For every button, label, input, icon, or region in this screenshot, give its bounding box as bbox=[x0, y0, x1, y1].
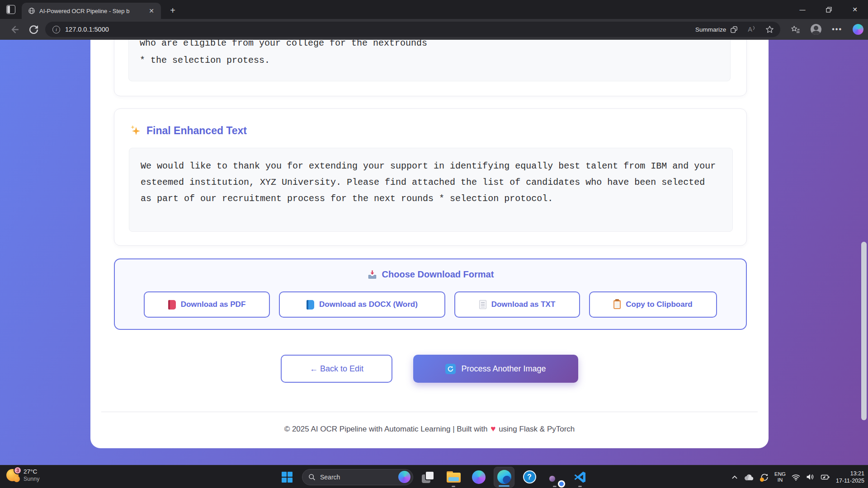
inbox-tray-icon bbox=[367, 269, 377, 280]
chrome-button[interactable] bbox=[544, 467, 565, 488]
get-help-button[interactable]: ? bbox=[519, 467, 540, 488]
sun-icon: 3 bbox=[6, 469, 19, 481]
window-controls: — ✕ bbox=[789, 0, 868, 19]
site-info-icon[interactable]: i bbox=[52, 26, 60, 33]
back-nav-button[interactable] bbox=[7, 22, 22, 37]
ocr-text-line: who are eligible from your college for t… bbox=[140, 40, 427, 48]
minimize-button[interactable]: — bbox=[789, 0, 816, 19]
enhanced-text-card: Final Enhanced Text We would like to tha… bbox=[114, 108, 747, 246]
clock-date: 17-11-2025 bbox=[836, 477, 864, 484]
page-icon bbox=[479, 300, 486, 309]
search-box[interactable]: Search bbox=[302, 469, 413, 485]
enhanced-text-body: We would like to thank you for extending… bbox=[141, 158, 719, 207]
search-placeholder: Search bbox=[320, 474, 394, 481]
vscode-button[interactable] bbox=[570, 467, 590, 488]
copy-clipboard-label: Copy to Clipboard bbox=[626, 300, 692, 309]
red-book-icon bbox=[168, 300, 176, 310]
browser-tab[interactable]: AI-Powered OCR Pipeline - Step b ✕ bbox=[22, 3, 161, 19]
settings-menu-icon[interactable]: ••• bbox=[832, 25, 842, 33]
taskbar-center: Search ? bbox=[277, 465, 590, 488]
new-tab-button[interactable]: + bbox=[166, 4, 179, 17]
start-button[interactable] bbox=[277, 467, 297, 488]
download-docx-button[interactable]: Download as DOCX (Word) bbox=[279, 291, 445, 318]
download-pdf-label: Download as PDF bbox=[181, 300, 246, 309]
toolbar-right-icons: ••• bbox=[791, 21, 863, 38]
read-aloud-arc-icon bbox=[753, 26, 756, 30]
summarize-button[interactable]: Summarize bbox=[695, 25, 738, 34]
windows-logo-icon bbox=[281, 471, 293, 483]
sparkles-icon bbox=[129, 124, 142, 137]
tab-actions-icon[interactable] bbox=[6, 5, 15, 14]
language-indicator[interactable]: ENG IN bbox=[774, 471, 786, 483]
download-format-section: Choose Download Format Download as PDF D… bbox=[114, 258, 747, 330]
url-text[interactable]: 127.0.0.1:5000 bbox=[65, 26, 695, 33]
browser-titlebar: AI-Powered OCR Pipeline - Step b ✕ + — ✕ bbox=[0, 0, 868, 19]
help-icon: ? bbox=[523, 470, 536, 483]
refresh-icon bbox=[29, 25, 38, 34]
address-bar[interactable]: i 127.0.0.1:5000 Summarize A bbox=[45, 22, 780, 37]
refresh-chip-icon bbox=[445, 364, 456, 374]
favorite-star-icon[interactable] bbox=[765, 25, 774, 34]
favorites-list-icon[interactable] bbox=[791, 25, 800, 34]
enhanced-text-box: We would like to thank you for extending… bbox=[129, 148, 733, 232]
download-format-title: Choose Download Format bbox=[382, 269, 494, 280]
wifi-icon[interactable] bbox=[792, 474, 800, 481]
blue-book-icon bbox=[307, 300, 314, 310]
read-aloud-button[interactable]: A bbox=[748, 26, 756, 33]
chrome-profile-badge bbox=[549, 475, 556, 482]
copilot-app-button[interactable] bbox=[468, 467, 489, 488]
system-tray: ENG IN 13:21 17-11-2025 bbox=[731, 465, 864, 488]
clipboard-icon bbox=[613, 300, 621, 309]
tab-title: AI-Powered OCR Pipeline - Step b bbox=[39, 8, 144, 14]
clock-time: 13:21 bbox=[836, 470, 864, 477]
footer-text-left: © 2025 AI OCR Pipeline with Automatic Le… bbox=[284, 425, 488, 433]
download-txt-label: Download as TXT bbox=[491, 300, 556, 309]
weather-widget[interactable]: 3 27°C Sunny bbox=[6, 468, 39, 483]
onedrive-icon[interactable] bbox=[744, 474, 755, 481]
download-pdf-button[interactable]: Download as PDF bbox=[144, 291, 270, 318]
sync-alert-dot bbox=[760, 478, 764, 482]
copilot-app-icon bbox=[472, 470, 486, 484]
edge-icon bbox=[497, 470, 511, 484]
footer-divider bbox=[101, 412, 758, 412]
summarize-label: Summarize bbox=[695, 26, 726, 33]
scrollbar-thumb[interactable] bbox=[861, 242, 867, 420]
process-another-image-button[interactable]: Process Another Image bbox=[413, 355, 578, 383]
copilot-icon[interactable] bbox=[853, 24, 863, 35]
windows-taskbar: 3 27°C Sunny Search bbox=[0, 465, 868, 488]
page-footer: © 2025 AI OCR Pipeline with Automatic Le… bbox=[90, 424, 769, 434]
search-copilot-icon[interactable] bbox=[398, 471, 410, 483]
file-explorer-button[interactable] bbox=[443, 467, 464, 488]
footer-text-right: using Flask & PyTorch bbox=[499, 425, 575, 433]
ocr-text-line: * the selection protess. bbox=[140, 55, 270, 66]
task-view-button[interactable] bbox=[418, 467, 439, 488]
edge-button[interactable] bbox=[494, 467, 514, 488]
content-container: who are eligible from your college for t… bbox=[90, 40, 769, 448]
volume-icon[interactable] bbox=[806, 473, 815, 481]
battery-icon[interactable] bbox=[821, 474, 830, 481]
globe-icon bbox=[28, 7, 35, 14]
heart-icon: ♥ bbox=[491, 424, 495, 433]
copilot-boxes-icon bbox=[730, 25, 738, 34]
copy-clipboard-button[interactable]: Copy to Clipboard bbox=[589, 291, 717, 318]
close-button[interactable]: ✕ bbox=[842, 0, 868, 19]
profile-avatar[interactable] bbox=[811, 24, 821, 35]
search-icon bbox=[308, 474, 316, 481]
vscode-icon bbox=[574, 471, 586, 483]
browser-toolbar: i 127.0.0.1:5000 Summarize A •• bbox=[0, 19, 868, 40]
download-docx-label: Download as DOCX (Word) bbox=[319, 300, 418, 309]
task-view-icon bbox=[421, 470, 435, 484]
tab-close-icon[interactable]: ✕ bbox=[146, 6, 156, 16]
weather-condition: Sunny bbox=[24, 475, 39, 483]
tray-chevron-icon[interactable] bbox=[731, 474, 738, 481]
refresh-nav-button[interactable] bbox=[26, 22, 41, 37]
page-viewport: who are eligible from your college for t… bbox=[0, 40, 868, 465]
back-to-edit-button[interactable]: ← Back to Edit bbox=[281, 355, 392, 383]
restore-button[interactable] bbox=[816, 0, 842, 19]
process-another-image-label: Process Another Image bbox=[461, 364, 546, 374]
download-txt-button[interactable]: Download as TXT bbox=[454, 291, 580, 318]
clock[interactable]: 13:21 17-11-2025 bbox=[836, 470, 864, 484]
weather-temp: 27°C bbox=[24, 468, 39, 475]
sync-icon[interactable] bbox=[760, 473, 769, 481]
restore-icon bbox=[826, 7, 832, 13]
